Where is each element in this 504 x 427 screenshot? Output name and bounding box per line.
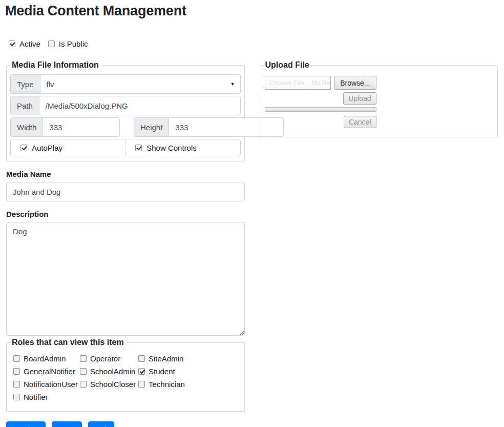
file-input-faint-status-text: No file selected [308, 79, 330, 87]
media-file-info-legend: Media File Information [11, 60, 101, 70]
description-label: Description [6, 210, 245, 218]
preview-button[interactable]: Preview [6, 421, 46, 427]
upload-button[interactable]: Upload [343, 92, 376, 105]
role-notificationuser-label: NotificationUser [24, 380, 78, 389]
description-textarea[interactable]: Dog [6, 222, 245, 336]
role-generalnotifier-label: GeneralNotifier [24, 367, 75, 376]
width-label: Width [10, 117, 43, 137]
width-field: Width [10, 117, 120, 137]
quit-button[interactable]: Quit [88, 421, 115, 427]
media-name-label: Media Name [6, 170, 245, 178]
active-checkbox-field[interactable]: Active [9, 39, 40, 48]
upload-file-legend: Upload File [264, 60, 311, 70]
description-field: Description Dog [6, 210, 245, 338]
roles-fieldset: Roles that can view this item BoardAdmin… [6, 338, 245, 412]
role-notifier-label: Notifier [24, 393, 48, 401]
top-checkbox-row: Active Is Public [9, 39, 498, 48]
path-input[interactable] [39, 96, 241, 115]
type-select[interactable]: flv ▼ [40, 74, 241, 94]
type-label: Type [10, 74, 40, 94]
role-notifier-field[interactable]: Notifier [13, 393, 80, 401]
role-siteadmin-checkbox[interactable] [138, 355, 145, 362]
file-input-faint-button-text: Choose File [265, 79, 308, 87]
media-name-field: Media Name [6, 170, 245, 201]
role-siteadmin-field[interactable]: SiteAdmin [138, 354, 241, 363]
save-button[interactable]: Save [52, 421, 81, 427]
autoplay-checkbox-field[interactable]: AutoPlay [10, 139, 125, 156]
media-file-info-fieldset: Media File Information Type flv ▼ Path W… [6, 60, 245, 161]
roles-legend: Roles that can view this item [11, 338, 126, 347]
role-student-field[interactable]: Student [138, 367, 241, 376]
upload-button-row: Upload [265, 92, 376, 105]
file-input[interactable]: Choose File No file selected [265, 76, 331, 90]
two-column-row: Media File Information Type flv ▼ Path W… [6, 60, 498, 161]
roles-row-2: GeneralNotifier SchoolAdmin Student [13, 367, 241, 376]
role-schooladmin-label: SchoolAdmin [90, 367, 135, 376]
show-controls-checkbox[interactable] [135, 145, 142, 151]
type-field: Type flv ▼ [10, 74, 241, 94]
autoplay-checkbox-label: AutoPlay [32, 144, 62, 152]
playback-options-row: AutoPlay Show Controls [10, 139, 241, 156]
role-technician-label: Technician [149, 380, 185, 389]
dimensions-row: Width Height [10, 117, 241, 137]
type-select-value: flv [47, 80, 54, 89]
height-label: Height [134, 117, 169, 137]
role-student-checkbox[interactable] [138, 368, 145, 375]
width-input[interactable] [43, 117, 120, 137]
upload-progress-bar [265, 107, 376, 112]
cancel-button[interactable]: Cancel [344, 116, 376, 128]
role-technician-field[interactable]: Technician [138, 380, 241, 389]
role-boardadmin-label: BoardAdmin [24, 354, 66, 363]
is-public-checkbox-label: Is Public [59, 39, 88, 48]
show-controls-checkbox-label: Show Controls [146, 144, 197, 152]
show-controls-checkbox-field[interactable]: Show Controls [125, 139, 240, 156]
action-button-row: Preview Save Quit [6, 421, 498, 427]
role-generalnotifier-checkbox[interactable] [13, 368, 20, 375]
path-field: Path [10, 96, 241, 115]
role-notificationuser-field[interactable]: NotificationUser [13, 380, 80, 389]
role-siteadmin-label: SiteAdmin [149, 354, 183, 363]
roles-row-1: BoardAdmin Operator SiteAdmin [13, 354, 241, 363]
role-student-label: Student [149, 367, 175, 376]
chevron-down-icon: ▼ [230, 82, 235, 87]
role-schooladmin-checkbox[interactable] [80, 368, 87, 375]
role-operator-field[interactable]: Operator [80, 354, 138, 363]
is-public-checkbox[interactable] [48, 40, 55, 47]
role-operator-label: Operator [90, 354, 120, 363]
role-technician-checkbox[interactable] [138, 381, 145, 388]
role-notificationuser-checkbox[interactable] [13, 381, 20, 388]
role-schoolcloser-label: SchoolCloser [90, 380, 136, 389]
path-label: Path [10, 96, 39, 115]
roles-grid: BoardAdmin Operator SiteAdmin GeneralNot… [10, 352, 241, 406]
role-boardadmin-checkbox[interactable] [13, 355, 20, 362]
role-generalnotifier-field[interactable]: GeneralNotifier [13, 367, 80, 376]
media-name-input[interactable] [6, 182, 245, 201]
role-schooladmin-field[interactable]: SchoolAdmin [80, 367, 138, 376]
browse-button[interactable]: Browse... [334, 76, 376, 90]
upload-controls: Choose File No file selected Browse... U… [264, 74, 376, 132]
roles-row-3: NotificationUser SchoolCloser Technician [13, 380, 241, 389]
autoplay-checkbox[interactable] [20, 145, 27, 151]
role-schoolcloser-field[interactable]: SchoolCloser [80, 380, 138, 389]
upload-file-fieldset: Upload File Choose File No file selected… [260, 60, 498, 137]
roles-row-4: Notifier [13, 393, 241, 401]
role-notifier-checkbox[interactable] [13, 394, 20, 400]
role-boardadmin-field[interactable]: BoardAdmin [13, 354, 80, 363]
active-checkbox-label: Active [19, 39, 40, 48]
role-operator-checkbox[interactable] [80, 355, 87, 362]
is-public-checkbox-field[interactable]: Is Public [48, 39, 88, 48]
role-schoolcloser-checkbox[interactable] [80, 381, 87, 388]
page-title: Media Content Management [5, 3, 498, 19]
active-checkbox[interactable] [9, 40, 15, 47]
page: Media Content Management Active Is Publi… [0, 0, 504, 427]
cancel-button-row: Cancel [265, 116, 376, 128]
file-row: Choose File No file selected Browse... [265, 76, 376, 90]
